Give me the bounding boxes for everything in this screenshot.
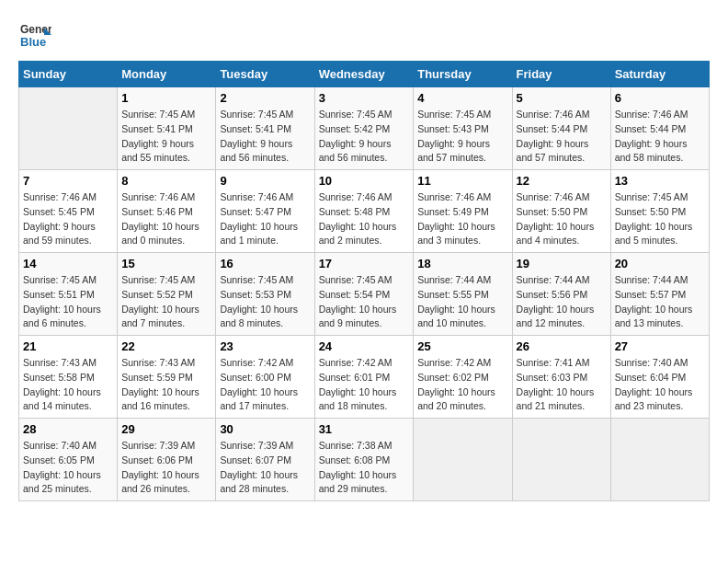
day-number: 6: [615, 91, 705, 105]
day-info: Sunrise: 7:46 AMSunset: 5:44 PMDaylight:…: [615, 108, 705, 166]
day-number: 27: [615, 339, 705, 353]
calendar-cell: 12Sunrise: 7:46 AMSunset: 5:50 PMDayligh…: [512, 170, 610, 253]
calendar-cell: 26Sunrise: 7:41 AMSunset: 6:03 PMDayligh…: [512, 336, 610, 419]
day-info: Sunrise: 7:39 AMSunset: 6:06 PMDaylight:…: [121, 439, 211, 497]
day-number: 15: [121, 257, 211, 270]
day-number: 16: [220, 257, 310, 270]
day-info: Sunrise: 7:45 AMSunset: 5:52 PMDaylight:…: [121, 273, 211, 331]
day-number: 19: [517, 257, 607, 270]
svg-text:Blue: Blue: [20, 35, 46, 49]
calendar-cell: 18Sunrise: 7:44 AMSunset: 5:55 PMDayligh…: [414, 253, 512, 336]
calendar-cell: 17Sunrise: 7:45 AMSunset: 5:54 PMDayligh…: [314, 253, 414, 336]
calendar-cell: 13Sunrise: 7:45 AMSunset: 5:50 PMDayligh…: [610, 170, 709, 253]
calendar-cell: 9Sunrise: 7:46 AMSunset: 5:47 PMDaylight…: [216, 170, 314, 253]
calendar-table: SundayMondayTuesdayWednesdayThursdayFrid…: [18, 61, 710, 501]
day-info: Sunrise: 7:46 AMSunset: 5:50 PMDaylight:…: [517, 190, 607, 248]
day-info: Sunrise: 7:44 AMSunset: 5:57 PMDaylight:…: [615, 273, 705, 331]
calendar-cell: 16Sunrise: 7:45 AMSunset: 5:53 PMDayligh…: [216, 253, 314, 336]
day-info: Sunrise: 7:38 AMSunset: 6:08 PMDaylight:…: [319, 439, 410, 497]
day-number: 22: [121, 339, 211, 353]
calendar-week-3: 14Sunrise: 7:45 AMSunset: 5:51 PMDayligh…: [19, 253, 710, 336]
day-number: 21: [23, 339, 113, 353]
day-header-sunday: Sunday: [19, 62, 118, 87]
day-header-saturday: Saturday: [610, 62, 709, 87]
day-number: 28: [23, 422, 113, 436]
day-info: Sunrise: 7:45 AMSunset: 5:54 PMDaylight:…: [319, 273, 410, 331]
day-info: Sunrise: 7:42 AMSunset: 6:02 PMDaylight:…: [417, 356, 507, 414]
day-number: 23: [220, 339, 310, 353]
calendar-cell: 30Sunrise: 7:39 AMSunset: 6:07 PMDayligh…: [216, 419, 314, 501]
day-header-friday: Friday: [512, 62, 610, 87]
day-info: Sunrise: 7:45 AMSunset: 5:51 PMDaylight:…: [23, 273, 113, 331]
calendar-cell: 28Sunrise: 7:40 AMSunset: 6:05 PMDayligh…: [19, 419, 118, 501]
day-info: Sunrise: 7:46 AMSunset: 5:46 PMDaylight:…: [121, 190, 211, 248]
day-number: 11: [417, 174, 507, 188]
calendar-cell: 25Sunrise: 7:42 AMSunset: 6:02 PMDayligh…: [414, 336, 512, 419]
day-info: Sunrise: 7:46 AMSunset: 5:45 PMDaylight:…: [23, 190, 113, 248]
day-number: 29: [121, 422, 211, 436]
day-info: Sunrise: 7:44 AMSunset: 5:55 PMDaylight:…: [417, 273, 507, 331]
calendar-cell: 5Sunrise: 7:46 AMSunset: 5:44 PMDaylight…: [512, 87, 610, 170]
calendar-cell: 19Sunrise: 7:44 AMSunset: 5:56 PMDayligh…: [512, 253, 610, 336]
calendar-cell: 15Sunrise: 7:45 AMSunset: 5:52 PMDayligh…: [118, 253, 216, 336]
day-info: Sunrise: 7:46 AMSunset: 5:48 PMDaylight:…: [319, 190, 410, 248]
calendar-cell: [414, 419, 512, 501]
day-header-tuesday: Tuesday: [216, 62, 314, 87]
day-number: 26: [517, 339, 607, 353]
day-info: Sunrise: 7:45 AMSunset: 5:50 PMDaylight:…: [615, 190, 705, 248]
day-header-wednesday: Wednesday: [314, 62, 414, 87]
day-number: 10: [319, 174, 410, 188]
calendar-cell: 11Sunrise: 7:46 AMSunset: 5:49 PMDayligh…: [414, 170, 512, 253]
day-info: Sunrise: 7:39 AMSunset: 6:07 PMDaylight:…: [220, 439, 310, 497]
calendar-week-5: 28Sunrise: 7:40 AMSunset: 6:05 PMDayligh…: [19, 419, 710, 501]
calendar-cell: 8Sunrise: 7:46 AMSunset: 5:46 PMDaylight…: [118, 170, 216, 253]
day-info: Sunrise: 7:46 AMSunset: 5:47 PMDaylight:…: [220, 190, 310, 248]
day-number: 13: [615, 174, 705, 188]
day-number: 8: [121, 174, 211, 188]
day-number: 24: [319, 339, 410, 353]
day-info: Sunrise: 7:42 AMSunset: 6:01 PMDaylight:…: [319, 356, 410, 414]
day-info: Sunrise: 7:40 AMSunset: 6:04 PMDaylight:…: [615, 356, 705, 414]
day-number: 7: [23, 174, 113, 188]
day-info: Sunrise: 7:40 AMSunset: 6:05 PMDaylight:…: [23, 439, 113, 497]
day-info: Sunrise: 7:42 AMSunset: 6:00 PMDaylight:…: [220, 356, 310, 414]
calendar-header-row: SundayMondayTuesdayWednesdayThursdayFrid…: [19, 62, 710, 87]
calendar-cell: 6Sunrise: 7:46 AMSunset: 5:44 PMDaylight…: [610, 87, 709, 170]
page-header: General Blue: [18, 18, 710, 52]
calendar-cell: 7Sunrise: 7:46 AMSunset: 5:45 PMDaylight…: [19, 170, 118, 253]
calendar-week-1: 1Sunrise: 7:45 AMSunset: 5:41 PMDaylight…: [19, 87, 710, 170]
day-number: 2: [220, 91, 310, 105]
day-info: Sunrise: 7:46 AMSunset: 5:49 PMDaylight:…: [417, 190, 507, 248]
calendar-cell: 22Sunrise: 7:43 AMSunset: 5:59 PMDayligh…: [118, 336, 216, 419]
calendar-cell: [19, 87, 118, 170]
calendar-cell: [610, 419, 709, 501]
calendar-body: 1Sunrise: 7:45 AMSunset: 5:41 PMDaylight…: [19, 87, 710, 501]
day-info: Sunrise: 7:45 AMSunset: 5:41 PMDaylight:…: [121, 108, 211, 166]
calendar-cell: 24Sunrise: 7:42 AMSunset: 6:01 PMDayligh…: [314, 336, 414, 419]
calendar-cell: 31Sunrise: 7:38 AMSunset: 6:08 PMDayligh…: [314, 419, 414, 501]
logo: General Blue: [18, 18, 51, 52]
calendar-cell: 3Sunrise: 7:45 AMSunset: 5:42 PMDaylight…: [314, 87, 414, 170]
day-number: 3: [319, 91, 410, 105]
day-number: 25: [417, 339, 507, 353]
day-number: 12: [517, 174, 607, 188]
day-number: 14: [23, 257, 113, 270]
day-number: 5: [517, 91, 607, 105]
calendar-cell: 27Sunrise: 7:40 AMSunset: 6:04 PMDayligh…: [610, 336, 709, 419]
calendar-cell: 21Sunrise: 7:43 AMSunset: 5:58 PMDayligh…: [19, 336, 118, 419]
day-number: 18: [417, 257, 507, 270]
day-info: Sunrise: 7:45 AMSunset: 5:43 PMDaylight:…: [417, 108, 507, 166]
calendar-cell: 1Sunrise: 7:45 AMSunset: 5:41 PMDaylight…: [118, 87, 216, 170]
day-info: Sunrise: 7:41 AMSunset: 6:03 PMDaylight:…: [517, 356, 607, 414]
calendar-week-2: 7Sunrise: 7:46 AMSunset: 5:45 PMDaylight…: [19, 170, 710, 253]
day-number: 20: [615, 257, 705, 270]
calendar-week-4: 21Sunrise: 7:43 AMSunset: 5:58 PMDayligh…: [19, 336, 710, 419]
day-number: 4: [417, 91, 507, 105]
day-info: Sunrise: 7:43 AMSunset: 5:58 PMDaylight:…: [23, 356, 113, 414]
calendar-cell: 4Sunrise: 7:45 AMSunset: 5:43 PMDaylight…: [414, 87, 512, 170]
day-header-monday: Monday: [118, 62, 216, 87]
day-info: Sunrise: 7:45 AMSunset: 5:41 PMDaylight:…: [220, 108, 310, 166]
day-info: Sunrise: 7:43 AMSunset: 5:59 PMDaylight:…: [121, 356, 211, 414]
day-info: Sunrise: 7:44 AMSunset: 5:56 PMDaylight:…: [517, 273, 607, 331]
day-info: Sunrise: 7:45 AMSunset: 5:53 PMDaylight:…: [220, 273, 310, 331]
